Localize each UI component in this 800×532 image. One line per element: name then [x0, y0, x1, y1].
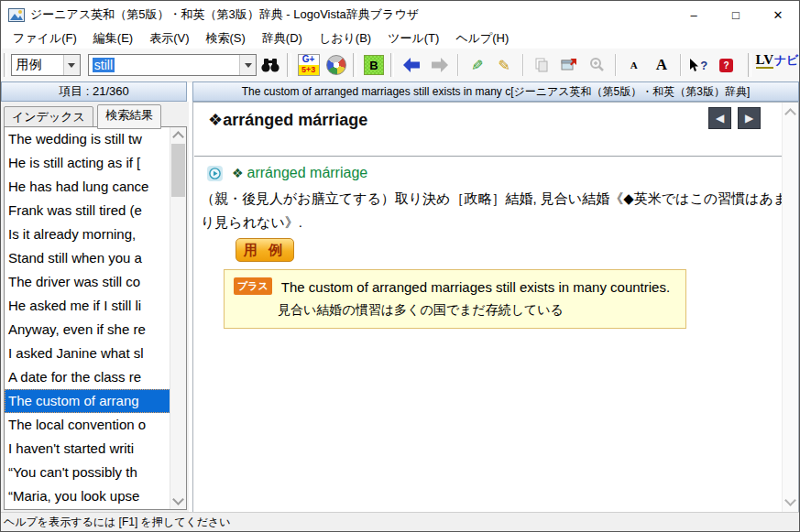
example-japanese: 見合い結婚の慣習は多くの国でまだ存続している [234, 302, 676, 319]
menu-tools[interactable]: ツール(T) [379, 28, 447, 49]
dropdown-arrow-icon[interactable] [63, 55, 80, 75]
small-a-icon: A [630, 60, 638, 71]
toolbar-separator [457, 54, 458, 76]
example-english: The custom of arranged marriages still e… [281, 279, 670, 295]
menu-view[interactable]: 表示(V) [141, 28, 197, 49]
list-item[interactable]: He has had lung cance [5, 175, 170, 199]
menu-edit[interactable]: 編集(E) [85, 28, 141, 49]
scroll-up-icon[interactable] [170, 127, 186, 143]
example-box: プラスThe custom of arranged marriages stil… [224, 269, 686, 329]
entry-header-bar: The custom of arranged marriages still e… [192, 81, 799, 102]
close-button[interactable]: ✕ [757, 1, 799, 28]
scroll-down-icon[interactable] [783, 494, 798, 510]
list-item-selected[interactable]: The custom of arrang [5, 389, 170, 413]
context-help-button[interactable]: ? [686, 52, 712, 78]
menu-dictionary[interactable]: 辞典(D) [254, 28, 311, 49]
toolbar-grip[interactable] [4, 53, 7, 77]
list-item[interactable]: He is still acting as if [ [5, 151, 170, 175]
search-button[interactable] [258, 52, 283, 78]
diamond-icon: ❖ [208, 111, 223, 129]
list-scrollbar[interactable] [170, 127, 186, 509]
maximize-button[interactable]: □ [715, 1, 757, 28]
list-item[interactable]: Anyway, even if she re [5, 318, 170, 342]
entry-header-sentence: The custom of arranged marriages still e… [242, 85, 510, 98]
pencil-icon: ✎ [499, 57, 510, 74]
entry-word: arránged márriage [247, 165, 368, 181]
toolbar-grip[interactable] [390, 53, 394, 77]
menu-bar: ファイル(F) 編集(E) 表示(V) 検索(S) 辞典(D) しおり(B) ツ… [1, 28, 799, 49]
prev-entry-button[interactable]: ◀ [708, 107, 731, 129]
note-button[interactable]: ✎ [491, 52, 517, 78]
scrollbar-thumb[interactable] [171, 144, 185, 197]
red-badge-icon: ? [719, 59, 733, 72]
toolbar-separator [522, 54, 523, 76]
menu-search[interactable]: 検索(S) [198, 28, 254, 49]
definition-text: （親・後見人がお膳立てする）取り決め［政略］結婚, 見合い結婚《◆英米ではこの習… [201, 187, 783, 234]
disc-button[interactable] [323, 52, 349, 78]
scroll-up-icon[interactable] [783, 104, 798, 120]
play-icon [209, 168, 221, 179]
app-window: ジーニアス英和（第5版）・和英（第3版）辞典 - LogoVista辞典ブラウザ… [0, 0, 800, 532]
copy-icon [533, 57, 550, 73]
list-item[interactable]: Is it already morning, [5, 223, 170, 246]
toolbar-grip[interactable] [287, 53, 290, 77]
example-expand-button[interactable]: 用 例 [236, 238, 294, 262]
search-input[interactable]: still [88, 54, 257, 76]
list-item[interactable]: I asked Janine what sl [5, 342, 170, 365]
search-type-value: 用例 [12, 57, 62, 73]
font-larger-button[interactable]: A [649, 52, 674, 78]
marker-button[interactable]: ✎ [464, 52, 489, 78]
list-item[interactable]: He asked me if I still li [5, 294, 170, 318]
result-list: The wedding is still tw He is still acti… [4, 126, 187, 510]
list-item[interactable]: “Maria, you look upse [5, 484, 170, 508]
forward-button[interactable] [426, 52, 452, 78]
capture-window-icon [561, 57, 578, 73]
lv-logo: LV [756, 53, 773, 69]
entry-header-dict: [ジーニアス英和（第5版）・和英（第3版）辞典] [510, 84, 750, 100]
search-type-dropdown[interactable]: 用例 [11, 54, 80, 76]
status-bar: ヘルプを表示するには [F1] を押してください [1, 512, 799, 531]
list-item[interactable]: The driver was still co [5, 270, 170, 294]
toolbar-grip[interactable] [353, 53, 356, 77]
diamond-icon: ❖ [232, 166, 244, 180]
toolbar-separator [680, 54, 681, 76]
toolbar-grip[interactable] [748, 53, 751, 77]
back-arrow-icon [403, 58, 421, 72]
font-smaller-button[interactable]: A [621, 52, 647, 78]
lv-navi-button[interactable]: LV ナビ [756, 52, 798, 78]
pronunciation-play-button[interactable] [207, 166, 223, 181]
copy-button[interactable] [529, 52, 554, 78]
list-item[interactable]: “You can't possibly th [5, 461, 170, 484]
forward-arrow-icon [431, 58, 448, 72]
headword: arránged márriage [223, 111, 367, 129]
scroll-down-icon[interactable] [170, 494, 186, 509]
search-result-panel: インデックス 検索結果 The wedding is still tw He i… [1, 102, 189, 513]
list-item[interactable]: Frank was still tired (e [5, 199, 170, 223]
content-scrollbar[interactable] [782, 103, 798, 512]
list-item[interactable]: The wedding is still tw [5, 127, 170, 151]
plus-badge: プラス [234, 277, 272, 295]
toolbar: 用例 still G+5+3 B [1, 49, 799, 82]
back-button[interactable] [399, 52, 424, 78]
menu-bookmark[interactable]: しおり(B) [311, 28, 379, 49]
list-item[interactable]: The local convention o [5, 413, 170, 437]
marker-pen-icon: ✎ [471, 57, 483, 74]
list-item[interactable]: I haven't started writi [5, 437, 170, 461]
next-entry-button[interactable]: ▶ [738, 107, 761, 129]
bookmark-button[interactable]: B [361, 52, 387, 78]
minimize-button[interactable]: – [673, 1, 715, 28]
security-button[interactable]: ? [714, 52, 740, 78]
list-item[interactable]: Stand still when you a [5, 246, 170, 270]
entry-panel: ❖arránged márriage ◀ ▶ ❖ arránged márria… [192, 102, 799, 513]
capture-button[interactable] [556, 52, 582, 78]
menu-file[interactable]: ファイル(F) [5, 28, 85, 49]
status-text: ヘルプを表示するには [F1] を押してください [4, 515, 231, 530]
menu-help[interactable]: ヘルプ(H) [447, 28, 517, 49]
magnifier-icon [588, 57, 605, 73]
dictionary-select-button[interactable]: G+5+3 [296, 52, 322, 78]
dropdown-arrow-icon[interactable] [239, 55, 256, 75]
tab-search-results[interactable]: 検索結果 [97, 104, 161, 129]
list-item[interactable]: A date for the class re [5, 365, 170, 389]
zoom-button[interactable] [584, 52, 609, 78]
divider [194, 156, 783, 157]
